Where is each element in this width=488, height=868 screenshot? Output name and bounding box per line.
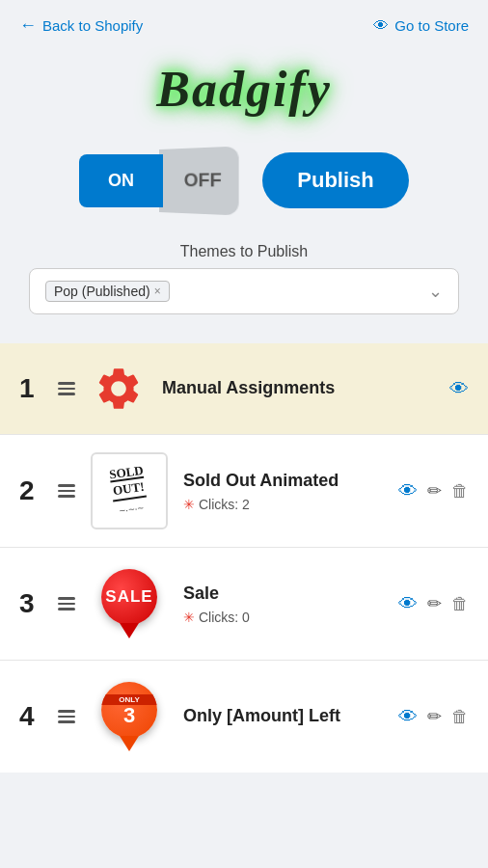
sold-out-info: Sold Out Animated ✳ Clicks: 2 — [183, 470, 383, 511]
delete-action-2[interactable]: 🗑 — [451, 481, 469, 502]
row-sold-out: 2 SOLD OUT! ~·~·~ Sold Out Animated ✳ Cl… — [0, 434, 488, 547]
eye-action-1[interactable]: 👁 — [449, 378, 469, 400]
row-number-1: 1 — [19, 373, 42, 404]
row-3-actions: 👁 ✏ 🗑 — [398, 593, 469, 615]
themes-area: Themes to Publish Pop (Published) × ⌄ — [0, 243, 488, 343]
edit-action-2[interactable]: ✏ — [427, 480, 442, 502]
themes-select-dropdown[interactable]: Pop (Published) × ⌄ — [29, 268, 459, 314]
sold-out-badge-image: SOLD OUT! ~·~·~ — [91, 452, 168, 529]
toggle-off[interactable]: OFF — [159, 146, 239, 215]
delete-action-3[interactable]: 🗑 — [451, 594, 469, 614]
eye-action-3[interactable]: 👁 — [398, 593, 418, 615]
sold-out-clicks: ✳ Clicks: 2 — [183, 497, 383, 512]
sold-out-clicks-count: Clicks: 2 — [199, 497, 250, 512]
sale-name: Sale — [183, 583, 383, 605]
only-name: Only [Amount] Left — [183, 705, 383, 727]
arrow-left-icon: ← — [19, 15, 37, 36]
sale-info: Sale ✳ Clicks: 0 — [183, 583, 383, 624]
row-number-3: 3 — [19, 588, 42, 619]
row-number-4: 4 — [19, 701, 42, 732]
app-logo: Badgify — [156, 61, 332, 118]
publish-button[interactable]: Publish — [262, 152, 408, 208]
toggle-on[interactable]: ON — [79, 154, 163, 207]
drag-handle-4[interactable] — [58, 710, 75, 723]
drag-handle-3[interactable] — [58, 597, 75, 610]
theme-tag-remove[interactable]: × — [154, 285, 161, 298]
only-badge-image: ONLY 3 — [91, 678, 168, 755]
back-label: Back to Shopify — [42, 17, 143, 34]
delete-action-4[interactable]: 🗑 — [451, 707, 469, 727]
go-to-store-link[interactable]: 👁 Go to Store — [373, 17, 469, 35]
edit-action-3[interactable]: ✏ — [427, 593, 442, 614]
controls-area: ON OFF Publish — [0, 147, 488, 243]
row-only-amount-left: 4 ONLY 3 Only [Amount] Left 👁 ✏ 🗑 — [0, 660, 488, 773]
row-number-2: 2 — [19, 475, 42, 506]
sold-out-name: Sold Out Animated — [183, 470, 383, 492]
only-info: Only [Amount] Left — [183, 705, 383, 727]
click-star-icon: ✳ — [183, 497, 195, 512]
on-off-toggle[interactable]: ON OFF — [79, 147, 233, 214]
drag-handle-1[interactable] — [58, 382, 75, 395]
row-1-actions: 👁 — [449, 378, 469, 400]
eye-action-4[interactable]: 👁 — [398, 706, 418, 728]
drag-handle-2[interactable] — [58, 484, 75, 498]
header: ← Back to Shopify 👁 Go to Store — [0, 0, 488, 51]
gear-svg — [94, 364, 144, 414]
row-4-actions: 👁 ✏ 🗑 — [398, 706, 469, 728]
manual-assignments-gear-icon — [91, 361, 147, 417]
store-label: Go to Store — [394, 17, 469, 34]
sale-clicks-count: Clicks: 0 — [199, 610, 250, 625]
themes-label: Themes to Publish — [29, 243, 459, 260]
eye-action-2[interactable]: 👁 — [398, 480, 418, 502]
theme-tag[interactable]: Pop (Published) × — [45, 281, 170, 302]
badge-section: 1 Manual Assignments 👁 2 SOLD — [0, 343, 488, 773]
themes-selected-tags: Pop (Published) × — [45, 281, 170, 302]
row-2-actions: 👁 ✏ 🗑 — [398, 480, 469, 502]
back-to-shopify-link[interactable]: ← Back to Shopify — [19, 15, 143, 36]
click-star-icon-3: ✳ — [183, 610, 195, 625]
chevron-down-icon: ⌄ — [428, 281, 443, 302]
theme-tag-label: Pop (Published) — [54, 284, 150, 299]
manual-assignments-info: Manual Assignments — [162, 377, 434, 399]
logo-area: Badgify — [0, 51, 488, 147]
sale-clicks: ✳ Clicks: 0 — [183, 610, 383, 625]
eye-icon: 👁 — [373, 17, 389, 35]
sale-badge-image: SALE — [91, 565, 168, 642]
row-manual-assignments: 1 Manual Assignments 👁 — [0, 343, 488, 434]
edit-action-4[interactable]: ✏ — [427, 706, 442, 727]
manual-assignments-name: Manual Assignments — [162, 377, 434, 399]
row-sale: 3 SALE Sale ✳ Clicks: 0 👁 ✏ 🗑 — [0, 547, 488, 660]
